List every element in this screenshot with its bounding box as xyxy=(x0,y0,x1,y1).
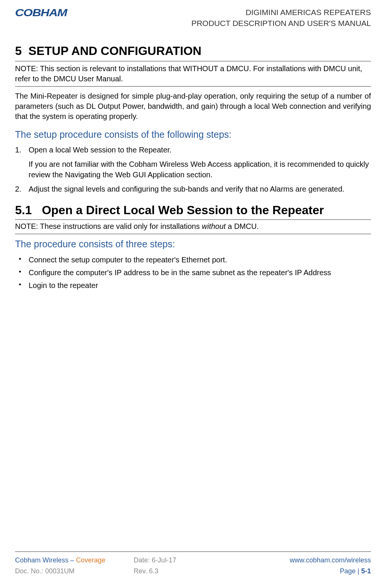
subsection-title: Open a Direct Local Web Session to the R… xyxy=(42,203,324,217)
footer-date: 6-Jul-17 xyxy=(152,556,176,564)
steps-list: 1. Open a local Web session to the Repea… xyxy=(15,145,371,194)
footer-company: Cobham Wireless xyxy=(15,556,68,564)
subsection-note-prefix: NOTE: These instructions are valid only … xyxy=(15,222,202,230)
step-2: 2. Adjust the signal levels and configur… xyxy=(15,184,371,194)
section-intro: The Mini-Repeater is designed for simple… xyxy=(15,91,371,122)
footer-center: Date: 6-Jul-17 Rev. 6.3 xyxy=(134,555,252,577)
step-1-subtext: If you are not familiar with the Cobham … xyxy=(15,159,371,180)
steps-heading: The setup procedure consists of the foll… xyxy=(15,129,371,140)
section-heading: 5 SETUP AND CONFIGURATION xyxy=(15,44,371,61)
footer-left: Cobham Wireless – Coverage Doc. No.: 000… xyxy=(15,555,134,577)
section-number: 5 xyxy=(15,44,22,58)
section-title: SETUP AND CONFIGURATION xyxy=(29,44,202,58)
bullet-2: Configure the computer's IP address to b… xyxy=(15,267,371,278)
footer-rev-label: Rev. xyxy=(134,567,149,575)
footer-rev: 6.3 xyxy=(149,567,158,575)
header-line-1: DIGIMINI AMERICAS REPEATERS xyxy=(191,7,371,18)
procedure-heading: The procedure consists of three steps: xyxy=(15,239,371,250)
step-2-text: Adjust the signal levels and configuring… xyxy=(29,185,344,193)
subsection-note-suffix: a DMCU. xyxy=(226,222,259,230)
page-header: COBHAM DIGIMINI AMERICAS REPEATERS PRODU… xyxy=(15,7,371,29)
footer-date-label: Date: xyxy=(134,556,152,564)
subsection-note: NOTE: These instructions are valid only … xyxy=(15,221,371,234)
bullet-1: Connect the setup computer to the repeat… xyxy=(15,254,371,265)
company-logo: COBHAM xyxy=(15,7,67,19)
subsection-note-italic: without xyxy=(202,222,226,230)
step-1: 1. Open a local Web session to the Repea… xyxy=(15,145,371,155)
subsection-number: 5.1 xyxy=(15,203,32,217)
step-1-text: Open a local Web session to the Repeater… xyxy=(29,146,172,154)
footer-page-label: Page | xyxy=(340,567,361,575)
header-line-2: PRODUCT DESCRIPTION AND USER'S MANUAL xyxy=(191,18,371,29)
footer-right: www.cobham.com/wireless Page | 5-1 xyxy=(252,555,371,577)
footer-doc-no-label: Doc. No.: xyxy=(15,567,45,575)
footer-url: www.cobham.com/wireless xyxy=(252,555,371,566)
step-2-number: 2. xyxy=(15,184,21,194)
footer-tagline: Coverage xyxy=(76,556,105,564)
footer-doc-no: 00031UM xyxy=(45,567,74,575)
footer-separator: – xyxy=(68,556,76,564)
bullet-3: Login to the repeater xyxy=(15,280,371,291)
bullet-list: Connect the setup computer to the repeat… xyxy=(15,254,371,291)
page-footer: Cobham Wireless – Coverage Doc. No.: 000… xyxy=(15,551,371,577)
step-1-number: 1. xyxy=(15,145,21,155)
header-doc-title: DIGIMINI AMERICAS REPEATERS PRODUCT DESC… xyxy=(191,7,371,29)
section-note: NOTE: This section is relevant to instal… xyxy=(15,64,371,87)
footer-page: 5-1 xyxy=(361,567,371,575)
subsection-heading: 5.1 Open a Direct Local Web Session to t… xyxy=(15,203,371,220)
